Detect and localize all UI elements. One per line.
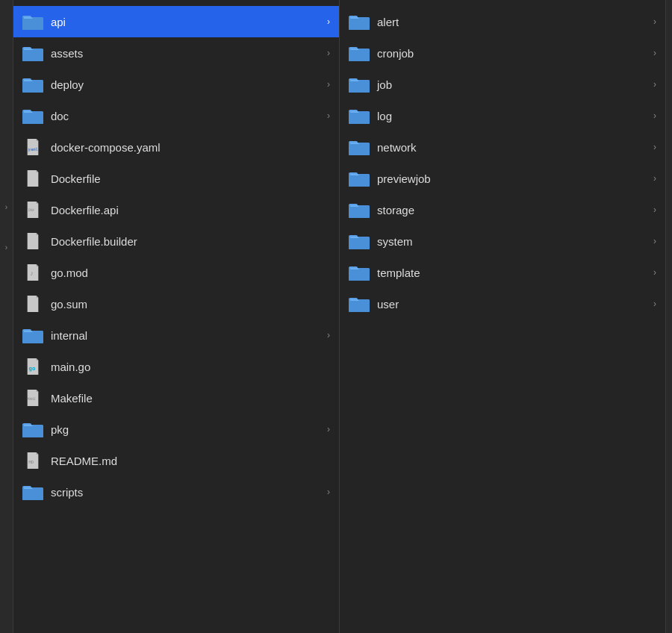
chevron-right-icon: › [653, 236, 656, 246]
chevron-right-icon: › [327, 330, 330, 340]
folder-icon [22, 74, 43, 95]
list-item[interactable]: api› [13, 6, 339, 37]
right-column: alert› cronjob› job› log› network› [340, 0, 666, 633]
list-item[interactable]: storage› [340, 194, 665, 225]
folder-icon [22, 325, 43, 346]
folder-icon [349, 262, 370, 283]
chevron-right-icon: › [327, 79, 330, 90]
svg-text:MAKE: MAKE [28, 397, 36, 401]
item-name: deploy [51, 78, 327, 91]
chevron-right-icon: › [327, 48, 330, 58]
item-name: api [51, 16, 327, 28]
item-name: storage [377, 204, 653, 216]
list-item[interactable]: alert› [340, 6, 665, 37]
item-name: user [377, 298, 653, 311]
left-arrow-2[interactable]: › [1, 242, 11, 252]
list-item[interactable]: template› [340, 257, 665, 288]
item-name: doc [51, 110, 327, 122]
list-item[interactable]: previewjob› [340, 163, 665, 194]
folder-icon [349, 43, 370, 63]
item-name: network [377, 141, 653, 154]
folder-icon [349, 231, 370, 252]
left-edge: › › [0, 0, 13, 633]
file-icon [22, 168, 43, 189]
list-item[interactable]: pkg› [13, 414, 339, 445]
item-name: previewjob [377, 172, 653, 185]
item-name: log [377, 110, 653, 122]
item-name: Dockerfile [51, 172, 330, 185]
list-item[interactable]: ♪ go.mod [13, 257, 339, 288]
list-item[interactable]: job› [340, 69, 665, 100]
item-name: main.go [51, 361, 330, 373]
folder-icon [22, 105, 43, 126]
list-item[interactable]: doc› [13, 100, 339, 131]
file-icon [22, 293, 43, 314]
chevron-right-icon: › [327, 110, 330, 121]
item-name: system [377, 235, 653, 248]
list-item[interactable]: Dockerfile [13, 163, 339, 194]
file-icon [22, 231, 43, 252]
list-item[interactable]: internal› [13, 319, 339, 351]
item-name: Dockerfile.api [51, 204, 330, 216]
list-item[interactable]: network› [340, 131, 665, 163]
chevron-right-icon: › [653, 110, 656, 121]
chevron-right-icon: › [653, 142, 656, 152]
folder-icon [349, 74, 370, 95]
item-name: go.mod [51, 266, 330, 279]
folder-icon [22, 43, 43, 63]
file-icon: MAKE [22, 387, 43, 408]
chevron-right-icon: › [327, 487, 330, 497]
chevron-right-icon: › [653, 16, 656, 27]
folder-icon [349, 293, 370, 314]
item-name: docker-compose.yaml [51, 141, 330, 154]
chevron-right-icon: › [327, 16, 330, 27]
list-item[interactable]: cronjob› [340, 37, 665, 69]
folder-icon [349, 199, 370, 220]
item-name: Dockerfile.builder [51, 235, 330, 248]
chevron-right-icon: › [327, 424, 330, 434]
folder-icon [22, 11, 43, 32]
list-item[interactable]: Dockerfile.builder [13, 225, 339, 257]
file-browser: › › api› assets› deploy› doc› [0, 0, 672, 633]
chevron-right-icon: › [653, 299, 656, 309]
list-item[interactable]: go.sum [13, 288, 339, 319]
item-name: go.sum [51, 298, 330, 311]
list-item[interactable]: MD README.md [13, 445, 339, 476]
folder-icon [349, 11, 370, 32]
file-icon: yaml [22, 137, 43, 158]
folder-icon [349, 137, 370, 158]
item-name: pkg [51, 423, 327, 436]
chevron-right-icon: › [653, 173, 656, 184]
svg-text:yaml: yaml [28, 147, 37, 152]
list-item[interactable]: deploy› [13, 69, 339, 100]
file-icon: ♪ [22, 262, 43, 283]
list-item[interactable]: INX Dockerfile.api [13, 194, 339, 225]
item-name: alert [377, 16, 653, 28]
left-column: api› assets› deploy› doc› yaml docker-co… [13, 0, 340, 633]
folder-icon [22, 419, 43, 440]
file-icon: MD [22, 450, 43, 471]
list-item[interactable]: assets› [13, 37, 339, 69]
chevron-right-icon: › [653, 79, 656, 90]
list-item[interactable]: log› [340, 100, 665, 131]
left-arrow-1[interactable]: › [1, 202, 11, 212]
chevron-right-icon: › [653, 267, 656, 278]
item-name: internal [51, 329, 327, 342]
chevron-right-icon: › [653, 205, 656, 215]
svg-text:go: go [28, 365, 35, 372]
list-item[interactable]: yaml docker-compose.yaml [13, 131, 339, 163]
item-name: README.md [51, 455, 330, 467]
svg-text:MD: MD [28, 460, 34, 464]
list-item[interactable]: user› [340, 288, 665, 319]
list-item[interactable]: scripts› [13, 476, 339, 508]
list-item[interactable]: MAKE Makefile [13, 382, 339, 414]
list-item[interactable]: go main.go [13, 351, 339, 382]
list-item[interactable]: system› [340, 225, 665, 257]
folder-icon [349, 168, 370, 189]
chevron-right-icon: › [653, 48, 656, 58]
svg-text:♪: ♪ [30, 269, 34, 277]
item-name: assets [51, 47, 327, 60]
item-name: Makefile [51, 392, 330, 405]
folder-icon [22, 481, 43, 502]
item-name: scripts [51, 486, 327, 499]
